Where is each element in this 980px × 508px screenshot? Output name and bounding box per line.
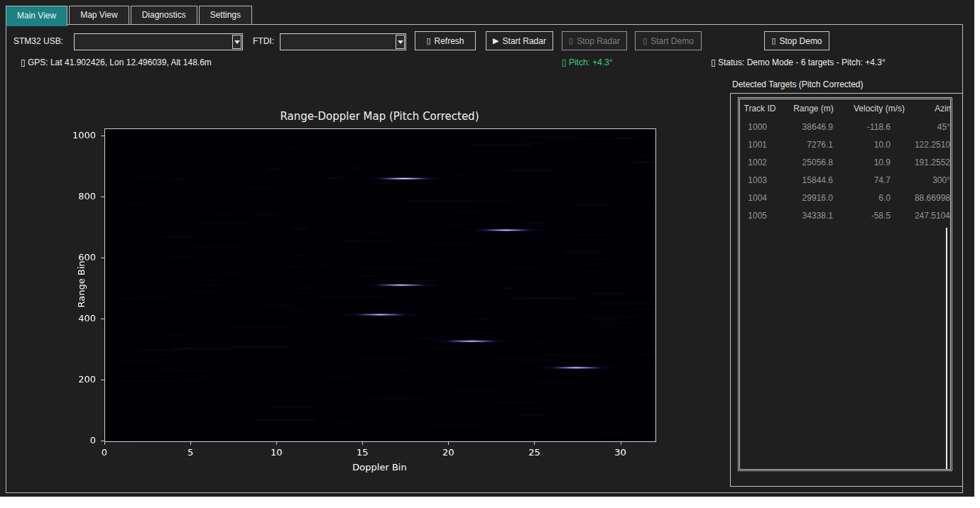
table-cell: 45° (911, 122, 951, 132)
stop-demo-button[interactable]: ▯ Stop Demo (764, 31, 829, 50)
x-tick-mark (621, 441, 621, 445)
table-cell: -58.5 (847, 211, 911, 221)
table-cell: 191.2552 (911, 158, 951, 167)
stop-icon: ▯ (771, 36, 775, 45)
stop-icon: ▯ (569, 36, 573, 45)
x-tick-mark (362, 441, 363, 445)
targets-table: Track IDRange (m)Velocity (m/s)Azimuth 1… (738, 97, 952, 471)
play-icon: ▶ (493, 36, 499, 45)
x-tick-label: 5 (176, 447, 205, 458)
table-row[interactable]: 100225056.810.9191.2552 (740, 153, 950, 171)
table-cell: 10.0 (847, 140, 911, 150)
table-cell: 1001 (740, 140, 780, 150)
main-view-panel: STM32 USB: FTDI: ▯ Refresh ▶ Start Radar (6, 24, 963, 493)
ftdi-combobox[interactable] (280, 33, 406, 50)
pitch-status-text: ▯ Pitch: +4.3° (562, 57, 613, 67)
chevron-down-icon[interactable] (396, 35, 405, 49)
x-tick-mark (104, 441, 105, 445)
table-cell: 1000 (740, 122, 780, 132)
scrollbar-thumb[interactable] (946, 228, 947, 469)
table-row[interactable]: 100534338.1-58.5247.5104 (740, 206, 950, 224)
x-tick-label: 20 (434, 447, 462, 458)
stop-radar-button: ▯ Stop Radar (562, 31, 627, 50)
y-tick-label: 1000 (62, 130, 96, 140)
table-cell: 34338.1 (780, 211, 847, 221)
y-tick-label: 0 (62, 435, 96, 446)
x-tick-mark (276, 441, 277, 445)
x-axis-label: Doppler Bin (309, 462, 451, 473)
radar-status-text: ▯ Status: Demo Mode - 6 targets - Pitch:… (711, 57, 886, 67)
y-tick-label: 400 (62, 313, 96, 324)
table-cell: 1003 (740, 175, 780, 185)
table-cell: 15844.6 (780, 175, 847, 185)
table-cell: 38646.9 (780, 122, 847, 132)
table-cell: 122.2510 (911, 140, 951, 150)
refresh-icon: ▯ (426, 36, 430, 45)
targets-groupbox: Track IDRange (m)Velocity (m/s)Azimuth 1… (730, 93, 963, 487)
y-tick-mark (101, 136, 104, 136)
heatmap-plot-area (104, 128, 656, 442)
y-tick-mark (101, 380, 104, 380)
ftdi-label: FTDI: (253, 36, 274, 46)
table-cell: 10.9 (847, 158, 911, 167)
column-header[interactable]: Velocity (m/s) (847, 104, 911, 114)
table-cell: 300° (911, 175, 951, 185)
tab-settings[interactable]: Settings (199, 6, 252, 25)
demo-icon: ▯ (643, 36, 647, 45)
y-tick-label: 800 (62, 191, 96, 201)
table-cell: 7276.1 (780, 140, 847, 150)
x-tick-label: 0 (90, 447, 119, 458)
table-cell: 1002 (740, 158, 780, 167)
table-cell: 1005 (740, 211, 780, 221)
y-tick-mark (101, 319, 104, 319)
x-tick-mark (448, 441, 449, 445)
table-cell: 6.0 (847, 193, 911, 203)
y-tick-label: 200 (62, 374, 96, 385)
table-cell: 88.66998 (911, 193, 951, 203)
y-tick-mark (101, 258, 104, 258)
x-tick-mark (190, 441, 191, 445)
table-cell: 29916.0 (780, 193, 847, 203)
gps-status-text: ▯ GPS: Lat 41.902426, Lon 12.496039, Alt… (21, 57, 212, 67)
tab-main-view[interactable]: Main View (6, 6, 67, 26)
chart-title: Range-Doppler Map (Pitch Corrected) (202, 110, 557, 123)
start-demo-button: ▯ Start Demo (635, 31, 702, 50)
x-tick-label: 30 (606, 447, 635, 458)
table-row[interactable]: 10017276.110.0122.2510 (740, 136, 950, 153)
table-cell: -118.6 (847, 122, 911, 132)
tab-diagnostics[interactable]: Diagnostics (131, 6, 197, 25)
table-cell: 25056.8 (780, 158, 847, 167)
table-row[interactable]: 100429916.06.088.66998 (740, 189, 950, 206)
stm32-usb-label: STM32 USB: (13, 36, 63, 46)
table-cell: 74.7 (847, 175, 911, 185)
x-tick-label: 10 (262, 447, 290, 458)
table-cell: 247.5104 (911, 211, 951, 221)
x-tick-mark (534, 441, 535, 445)
tab-map-view[interactable]: Map View (69, 6, 129, 25)
targets-table-body: Track IDRange (m)Velocity (m/s)Azimuth 1… (739, 99, 951, 470)
heatmap-canvas (105, 129, 655, 441)
table-cell: 1004 (740, 193, 780, 203)
y-axis-label: Range Bin (76, 256, 87, 313)
radar-app-window: Main ViewMap ViewDiagnosticsSettings STM… (0, 0, 974, 497)
tab-bar: Main ViewMap ViewDiagnosticsSettings (6, 6, 254, 25)
x-tick-label: 25 (520, 447, 548, 458)
x-tick-label: 15 (348, 447, 376, 458)
column-header[interactable]: Range (m) (780, 104, 847, 114)
y-tick-mark (101, 197, 104, 197)
column-header[interactable]: Track ID (740, 104, 780, 114)
chevron-down-icon[interactable] (232, 35, 241, 49)
page-background: Main ViewMap ViewDiagnosticsSettings STM… (0, 0, 980, 508)
column-header[interactable]: Azimuth (911, 104, 951, 114)
start-radar-button[interactable]: ▶ Start Radar (486, 31, 553, 50)
targets-panel-title: Detected Targets (Pitch Corrected) (732, 79, 864, 89)
table-header-row: Track IDRange (m)Velocity (m/s)Azimuth (740, 99, 950, 118)
refresh-button[interactable]: ▯ Refresh (415, 31, 476, 50)
table-row[interactable]: 100315844.674.7300° (740, 171, 950, 189)
table-row[interactable]: 100038646.9-118.645° (740, 118, 950, 136)
stm32-usb-combobox[interactable] (74, 33, 243, 50)
